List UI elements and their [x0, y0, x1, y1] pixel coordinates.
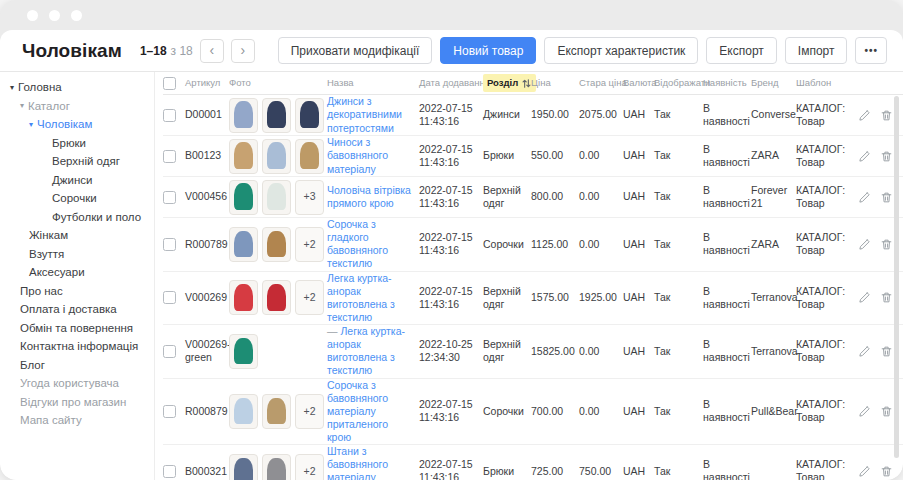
product-photo[interactable] [262, 454, 291, 480]
template-cell: КАТАЛОГ: Товар [796, 285, 858, 311]
export-characteristics-button[interactable]: Експорт характеристик [544, 37, 698, 64]
sidebar-item[interactable]: Угода користувача [0, 374, 154, 393]
product-photo[interactable] [262, 98, 291, 133]
sidebar-item[interactable]: Блог [0, 356, 154, 375]
vertical-scrollbar[interactable] [894, 96, 899, 458]
prev-page-button[interactable]: ‹ [200, 39, 224, 63]
edit-button[interactable] [858, 345, 871, 358]
product-name-link[interactable]: Легка куртка-анорак виготовлена з тексти… [327, 272, 395, 323]
row-checkbox[interactable] [163, 345, 176, 358]
sidebar-item[interactable]: Брюки [0, 134, 154, 153]
next-page-button[interactable]: › [231, 39, 255, 63]
window-dot [49, 10, 60, 21]
product-photo[interactable] [229, 98, 258, 133]
product-photo[interactable] [262, 394, 291, 429]
sidebar-item[interactable]: ▾Головна [0, 78, 154, 97]
product-photo[interactable] [229, 334, 258, 369]
sidebar-item[interactable]: Верхній одяг [0, 152, 154, 171]
import-button[interactable]: Імпорт [785, 37, 848, 64]
display-cell: Так [654, 345, 703, 358]
product-name-link[interactable]: — Легка куртка-анорак виготовлена з текс… [327, 325, 405, 376]
sidebar-item[interactable]: ▾Каталог [0, 97, 154, 116]
sidebar-item[interactable]: Взуття [0, 245, 154, 264]
row-checkbox[interactable] [163, 150, 176, 163]
delete-button[interactable] [880, 150, 893, 163]
product-name-link[interactable]: Сорочка з бавовняного матеріалу притален… [327, 379, 388, 444]
sidebar-item[interactable]: Відгуки про магазин [0, 393, 154, 412]
sidebar-item[interactable]: Жінкам [0, 226, 154, 245]
garment-shape [267, 458, 285, 480]
more-photos-badge[interactable]: +2 [295, 454, 324, 480]
delete-button[interactable] [880, 465, 893, 478]
product-photo[interactable] [262, 280, 291, 315]
more-photos-badge[interactable]: +3 [295, 180, 324, 215]
more-photos-badge[interactable]: +2 [295, 280, 324, 315]
more-photos-badge[interactable]: +2 [295, 227, 324, 262]
product-photo[interactable] [262, 139, 291, 174]
product-name-link[interactable]: Штани з бавовняного матеріалу прямого кр… [327, 445, 394, 480]
delete-button[interactable] [880, 291, 893, 304]
table-row: V000269-green— Легка куртка-анорак вигот… [163, 325, 903, 379]
sidebar-item[interactable]: Аксесуари [0, 263, 154, 282]
table-row: R000879+2Сорочка з бавовняного матеріалу… [163, 379, 903, 446]
edit-button[interactable] [858, 191, 871, 204]
sidebar-item[interactable]: Оплата і доставка [0, 300, 154, 319]
date-cell: 2022-07-15 11:43:16 [419, 102, 483, 128]
hide-modifications-button[interactable]: Приховати модифікації [278, 37, 433, 64]
row-checkbox-cell [163, 150, 185, 163]
select-all-checkbox[interactable] [163, 77, 176, 90]
row-checkbox[interactable] [163, 191, 176, 204]
row-checkbox[interactable] [163, 465, 176, 478]
product-name-link[interactable]: Джинси з декоративними потертостями [327, 95, 402, 133]
product-photo[interactable] [295, 139, 324, 174]
product-photo[interactable] [229, 280, 258, 315]
sidebar-item[interactable]: Сорочки [0, 189, 154, 208]
row-checkbox[interactable] [163, 405, 176, 418]
more-actions-button[interactable]: ••• [855, 37, 887, 64]
sidebar-item[interactable]: Джинси [0, 171, 154, 190]
sidebar-item[interactable]: Обмін та повернення [0, 319, 154, 338]
delete-button[interactable] [880, 405, 893, 418]
delete-button[interactable] [880, 345, 893, 358]
edit-button[interactable] [858, 238, 871, 251]
delete-button[interactable] [880, 191, 893, 204]
edit-button[interactable] [858, 465, 871, 478]
sidebar-item[interactable]: ▾Чоловікам [0, 115, 154, 134]
row-checkbox[interactable] [163, 109, 176, 122]
edit-button[interactable] [858, 405, 871, 418]
sidebar-item[interactable]: Контактна інформація [0, 337, 154, 356]
price-cell: 15825.00 [531, 345, 579, 358]
edit-button[interactable] [858, 109, 871, 122]
currency-cell: UAH [623, 345, 654, 358]
product-name-link[interactable]: Чоловіча вітрівка прямого крою [327, 184, 411, 209]
sort-chip[interactable]: Розділ [483, 74, 536, 92]
more-photos-badge[interactable]: +2 [295, 394, 324, 429]
product-name-link[interactable]: Чиноси з бавовняного матеріалу [327, 136, 388, 174]
product-name-link[interactable]: Сорочка з гладкого бавовняного текстилю [327, 218, 388, 269]
actions-cell [858, 150, 894, 163]
product-photo[interactable] [262, 227, 291, 262]
delete-button[interactable] [880, 238, 893, 251]
export-button[interactable]: Експорт [706, 37, 776, 64]
product-photo[interactable] [229, 227, 258, 262]
row-checkbox[interactable] [163, 238, 176, 251]
sidebar-item[interactable]: Мапа сайту [0, 411, 154, 430]
edit-button[interactable] [858, 291, 871, 304]
template-cell: КАТАЛОГ: Товар [796, 143, 858, 169]
delete-button[interactable] [880, 109, 893, 122]
product-photo[interactable] [229, 139, 258, 174]
product-photo[interactable] [229, 180, 258, 215]
product-photo[interactable] [229, 394, 258, 429]
sidebar-item[interactable]: Футболки и поло [0, 208, 154, 227]
sidebar-item-label: Верхній одяг [52, 155, 120, 167]
display-cell: Так [654, 190, 703, 203]
product-photo[interactable] [262, 180, 291, 215]
name-cell: Сорочка з гладкого бавовняного текстилю [327, 218, 419, 271]
availability-cell: В наявності [703, 231, 751, 257]
edit-button[interactable] [858, 150, 871, 163]
sidebar-item[interactable]: Про нас [0, 282, 154, 301]
product-photo[interactable] [295, 98, 324, 133]
row-checkbox[interactable] [163, 291, 176, 304]
product-photo[interactable] [229, 454, 258, 480]
new-product-button[interactable]: Новий товар [440, 37, 536, 64]
